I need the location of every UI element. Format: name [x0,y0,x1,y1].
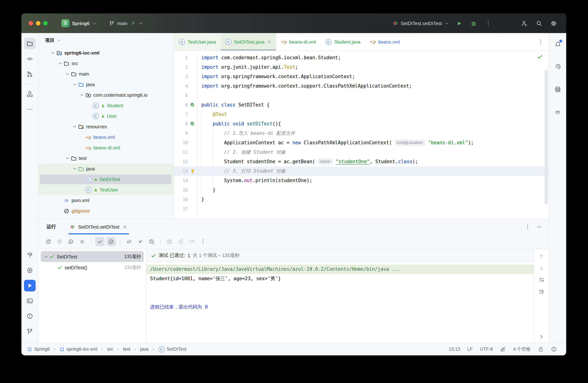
tree-item-resources[interactable]: resources [39,121,174,132]
code-line-17[interactable]: 17 [174,204,549,214]
code-line-11[interactable]: 11 // 2. 创建 Student 对象 [174,148,549,157]
run-config-widget[interactable]: SetDITest.setDiTest [392,20,449,26]
tab-beans-di.xml[interactable]: </>beans-di.xml [276,33,321,50]
tree-item-src[interactable]: src [39,58,174,69]
inspections-widget-widget[interactable] [551,346,557,352]
code-line-12[interactable]: 12 Student studentOne = ac.getBean( name… [174,157,549,167]
chevron-down-icon[interactable] [71,167,78,171]
code-line-13[interactable]: 13 // 3. 打印 Student 对象 [174,167,549,176]
tree-item-TestUser[interactable]: CTestUser [39,185,174,195]
expand-console-button[interactable] [539,334,544,340]
bulb-icon[interactable] [190,169,195,174]
rerun-tests-button[interactable] [44,237,53,246]
breadcrumb-item-SetDITest[interactable]: CSetDITest [158,346,186,352]
run-tool-button[interactable] [24,280,36,291]
chevron-down-icon[interactable] [71,124,78,129]
project-widget[interactable]: S Spring6 [62,19,97,27]
show-passed-button[interactable] [95,237,105,246]
code-line-9[interactable]: 9 // 1.导入 beans-di 配置文件 [174,129,549,138]
notifications-button[interactable] [552,39,564,50]
code-line-16[interactable]: 16} [174,195,549,204]
database-tool-button[interactable] [552,84,564,95]
tree-item-java[interactable]: java [39,79,174,90]
tree-item-test[interactable]: test [39,153,174,164]
build-tool-button[interactable] [24,249,36,261]
tree-item-pom.xml[interactable]: mpom.xml [39,195,174,206]
console-output[interactable]: /Users/codermast/Library/Java/JavaVirtua… [147,262,534,343]
more-run-options-button[interactable] [198,237,208,246]
tree-item-java[interactable]: java [39,164,174,174]
code-line-5[interactable]: 5 [174,91,549,100]
pull-requests-tool-button[interactable] [24,68,36,80]
code-line-7[interactable]: 7 @Test [174,110,549,119]
chevron-down-icon[interactable] [64,72,70,76]
code-line-6[interactable]: 6public class SetDITest { [174,100,549,110]
chevron-down-icon[interactable] [43,254,49,259]
tree-item-User[interactable]: CUser [39,111,174,121]
copilot-status-widget[interactable] [500,346,506,352]
tree-item-beans.xml[interactable]: </>beans.xml [39,132,174,142]
debug-button[interactable] [469,19,478,28]
tab-TestUser.java[interactable]: CTestUser.java [174,33,221,50]
code-line-4[interactable]: 4import org.springframework.context.supp… [174,81,549,91]
terminal-tool-button[interactable] [24,295,36,307]
test-node-SetDITest[interactable]: SetDITest131毫秒 [41,251,144,262]
code-editor[interactable]: 1import com.codermast.spring6.iocxml.bea… [174,51,549,219]
settings-button[interactable] [549,19,558,28]
minimize-window-button[interactable] [36,21,40,25]
tree-item-Student[interactable]: CStudent [39,100,174,111]
test-run-icon[interactable] [190,121,195,127]
code-line-1[interactable]: 1import com.codermast.spring6.iocxml.bea… [174,53,549,63]
maven-tool-button[interactable]: m [552,106,564,118]
branch-widget[interactable]: main [109,21,143,26]
tree-item-spring6-ioc-xml[interactable]: spring6-ioc-xml [39,48,174,58]
run-tab[interactable]: SetDITest.setDiTest [68,219,129,234]
tree-item-com.codermast.spring6.io[interactable]: com.codermast.spring6.io [39,90,174,100]
chevron-down-icon[interactable] [79,93,85,97]
problems-tool-button[interactable] [24,310,36,322]
close-window-button[interactable] [29,21,33,25]
chevron-down-icon[interactable] [57,61,63,66]
version-control-tool-button[interactable] [24,326,36,337]
commit-tool-button[interactable] [24,53,36,65]
soft-wrap-button[interactable] [539,277,544,283]
breadcrumb-item-java[interactable]: java [140,347,148,352]
close-tab-icon[interactable] [267,40,272,44]
chevron-down-icon[interactable] [49,50,56,55]
file-encoding-widget[interactable]: UTF-8 [480,347,493,352]
code-with-me-button[interactable] [520,19,529,28]
services-tool-button[interactable] [24,265,36,276]
test-node-setDiTest()[interactable]: setDiTest()131毫秒 [41,262,144,273]
code-line-3[interactable]: 3import org.springframework.context.Appl… [174,72,549,81]
tab-options-button[interactable] [538,39,544,45]
navigate-with-single-click-button[interactable] [136,237,145,246]
project-tool-button[interactable] [24,38,36,49]
chevron-down-icon[interactable] [71,82,78,87]
line-separator-widget[interactable]: LF [467,347,473,352]
toggle-auto-test-button[interactable] [66,237,76,246]
breadcrumb-item-test[interactable]: test [123,347,130,352]
tree-item-SetDITest[interactable]: CSetDITest [39,174,174,185]
tab-SetDITest.java[interactable]: CSetDITest.java [221,33,276,50]
more-tool-windows-button[interactable] [24,104,36,115]
breadcrumb-item-Spring6[interactable]: Spring6 [27,347,50,352]
caret-position-widget[interactable]: 13:13 [449,347,460,352]
test-history-button[interactable] [147,237,156,246]
ai-assistant-button[interactable] [552,61,564,73]
more-actions-button[interactable] [483,19,493,28]
structure-tool-button[interactable] [24,88,36,100]
code-line-2[interactable]: 2import org.junit.jupiter.api.Test; [174,63,549,72]
test-run-icon[interactable] [190,103,195,107]
inspection-status-icon[interactable] [537,54,543,60]
search-everywhere-button[interactable] [534,19,544,28]
indent-style-widget[interactable]: 4 个空格 [513,346,531,352]
show-ignored-button[interactable] [106,237,116,246]
scroll-to-end-button[interactable] [539,289,544,294]
breadcrumb-item-src[interactable]: src [107,347,113,352]
tab-beans.xml[interactable]: </>beans.xml [365,33,405,50]
sort-by-duration-button[interactable] [124,237,134,246]
tab-Student.java[interactable]: CStudent.java [321,33,365,50]
run-button[interactable] [454,19,464,28]
breadcrumb-item-spring6-ioc-xml[interactable]: spring6-ioc-xml [60,347,97,352]
code-line-8[interactable]: 8 public void setDiTest(){ [174,119,549,129]
